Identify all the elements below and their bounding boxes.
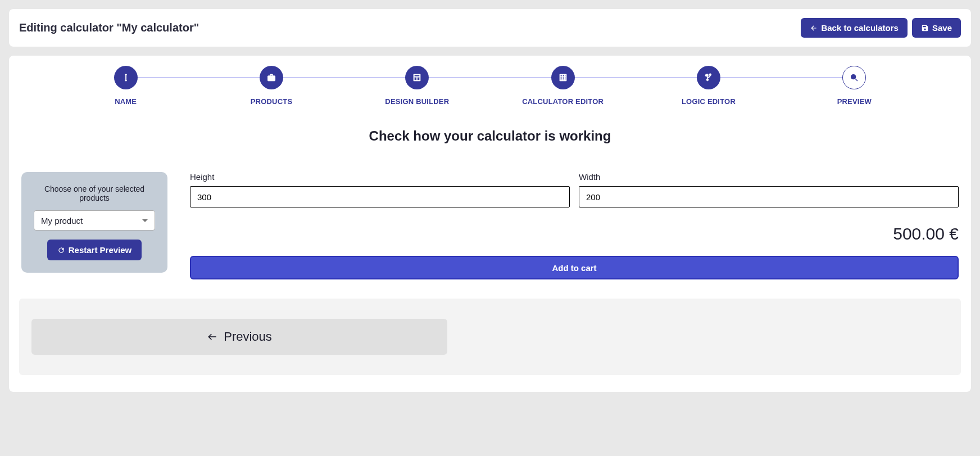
main-card: NAME PRODUCTS DESIGN BUILDER CALCULATOR … (9, 56, 971, 392)
restart-preview-label: Restart Preview (69, 245, 132, 255)
step-design-builder-circle[interactable] (405, 66, 429, 89)
step-preview-label: PREVIEW (837, 97, 872, 106)
step-calculator-editor-circle[interactable] (551, 66, 575, 89)
height-input[interactable] (190, 186, 570, 207)
search-icon (850, 73, 859, 82)
save-label: Save (932, 23, 952, 33)
back-to-calculators-label: Back to calculators (821, 23, 899, 33)
chevron-down-icon (142, 219, 148, 222)
arrow-left-icon (207, 331, 218, 342)
page-title: Editing calculator "My calculator" (19, 21, 199, 34)
svg-point-0 (851, 75, 856, 79)
branch-icon (704, 73, 713, 82)
preview-area: Choose one of your selected products My … (19, 172, 961, 279)
product-select-value: My product (41, 216, 142, 225)
step-logic-editor-label: LOGIC EDITOR (682, 97, 736, 106)
step-preview-circle[interactable] (842, 66, 866, 89)
text-cursor-icon (121, 73, 130, 82)
calculator-form: Height Width 500.00 € Add to cart (190, 172, 959, 279)
save-button[interactable]: Save (912, 18, 961, 38)
svg-line-1 (855, 79, 858, 81)
previous-label: Previous (224, 329, 272, 344)
product-selector-label: Choose one of your selected products (34, 184, 155, 202)
product-selector-panel: Choose one of your selected products My … (21, 172, 167, 273)
step-logic-editor-circle[interactable] (697, 66, 720, 89)
add-to-cart-button[interactable]: Add to cart (190, 256, 959, 279)
step-calculator-editor[interactable]: CALCULATOR EDITOR (490, 66, 636, 106)
height-label: Height (190, 172, 570, 182)
save-icon (921, 24, 929, 32)
step-products[interactable]: PRODUCTS (198, 66, 344, 106)
step-products-circle[interactable] (260, 66, 283, 89)
width-input[interactable] (579, 186, 959, 207)
price-display: 500.00 € (190, 224, 959, 243)
width-label: Width (579, 172, 959, 182)
step-design-builder[interactable]: DESIGN BUILDER (344, 66, 490, 106)
grid-icon (559, 73, 568, 82)
step-preview[interactable]: PREVIEW (782, 66, 927, 106)
back-to-calculators-button[interactable]: Back to calculators (801, 18, 908, 38)
section-heading: Check how your calculator is working (19, 128, 961, 144)
footer-nav: Previous (19, 299, 961, 375)
step-name-label: NAME (115, 97, 137, 106)
step-name-circle[interactable] (114, 66, 138, 89)
step-name[interactable]: NAME (53, 66, 198, 106)
step-logic-editor[interactable]: LOGIC EDITOR (636, 66, 781, 106)
header-buttons: Back to calculators Save (801, 18, 961, 38)
stepper: NAME PRODUCTS DESIGN BUILDER CALCULATOR … (53, 66, 927, 106)
header-bar: Editing calculator "My calculator" Back … (9, 9, 971, 47)
product-select[interactable]: My product (34, 210, 155, 231)
previous-button[interactable]: Previous (31, 319, 447, 355)
briefcase-icon (267, 73, 276, 82)
step-products-label: PRODUCTS (251, 97, 293, 106)
refresh-icon (57, 246, 65, 254)
arrow-left-icon (810, 24, 818, 32)
step-design-builder-label: DESIGN BUILDER (385, 97, 449, 106)
restart-preview-button[interactable]: Restart Preview (47, 240, 142, 260)
layout-icon (412, 73, 421, 82)
step-calculator-editor-label: CALCULATOR EDITOR (522, 97, 604, 106)
